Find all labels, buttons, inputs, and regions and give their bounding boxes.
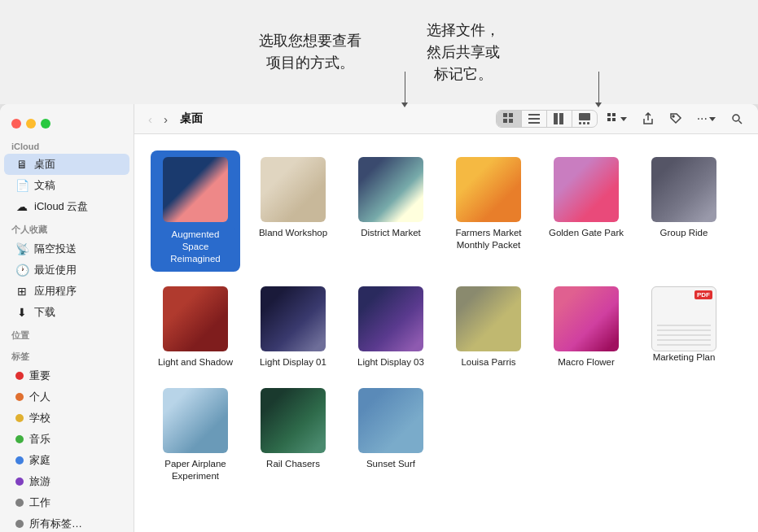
svg-rect-5 — [528, 118, 540, 120]
file-thumb-district — [358, 157, 423, 222]
list-view-button[interactable] — [522, 111, 547, 127]
icloud-section-label: iCloud — [0, 135, 134, 154]
sidebar-item-apps[interactable]: ⊞ 应用程序 — [4, 281, 129, 302]
file-item-paper[interactable]: Paper Airplane Experiment — [151, 382, 240, 487]
sidebar: iCloud 🖥 桌面 📄 文稿 ☁ iCloud 云盘 个人收藏 📡 隔空投送… — [0, 104, 134, 532]
svg-rect-10 — [579, 122, 581, 124]
traffic-lights — [0, 111, 134, 135]
file-item-golden[interactable]: Golden Gate Park — [541, 150, 631, 272]
svg-rect-9 — [579, 113, 590, 120]
sidebar-item-tag-重要[interactable]: 重要 — [4, 365, 129, 386]
file-item-light01[interactable]: Light Display 01 — [248, 280, 338, 373]
file-item-sunset[interactable]: Sunset Surf — [346, 382, 436, 487]
tooltip-right: 选择文件， 然后共享或 标记它。 — [427, 20, 500, 85]
file-item-augmented[interactable]: Augmented Space Reimagined — [151, 150, 240, 272]
svg-rect-16 — [612, 118, 616, 121]
search-button[interactable] — [725, 109, 748, 129]
group-button[interactable] — [602, 111, 632, 127]
sidebar-item-tag-家庭[interactable]: 家庭 — [4, 450, 129, 471]
tag-dot — [15, 435, 24, 443]
file-thumb-group — [651, 157, 716, 222]
file-item-marketing[interactable]: PDFMarketing Plan — [639, 280, 729, 373]
sidebar-item-tag-所有标签…[interactable]: 所有标签… — [4, 513, 129, 532]
file-label-group: Group Ride — [660, 227, 708, 239]
finder-window: iCloud 🖥 桌面 📄 文稿 ☁ iCloud 云盘 个人收藏 📡 隔空投送… — [0, 104, 758, 532]
tag-dot — [15, 477, 24, 486]
file-item-farmers[interactable]: Farmers Market Monthly Packet — [444, 150, 533, 272]
file-item-louisa[interactable]: Louisa Parris — [444, 280, 533, 373]
file-label-district: District Market — [361, 227, 420, 239]
documents-icon: 📄 — [15, 179, 28, 192]
toolbar-title: 桌面 — [180, 111, 203, 126]
close-button[interactable] — [11, 119, 21, 129]
file-thumb-rail — [261, 388, 326, 453]
personal-section-label: 个人收藏 — [0, 217, 134, 238]
sidebar-item-downloads[interactable]: ⬇ 下载 — [4, 302, 129, 323]
svg-rect-6 — [528, 122, 540, 124]
more-button[interactable]: ··· — [692, 109, 721, 129]
file-thumb-golden — [554, 157, 619, 222]
svg-rect-13 — [607, 113, 611, 116]
file-label-light03: Light Display 03 — [357, 356, 424, 368]
sidebar-item-tag-学校[interactable]: 学校 — [4, 408, 129, 429]
sidebar-item-desktop[interactable]: 🖥 桌面 — [4, 154, 129, 175]
apps-icon: ⊞ — [15, 285, 28, 298]
minimize-button[interactable] — [26, 119, 36, 129]
file-label-sunset: Sunset Surf — [366, 458, 415, 470]
tags-section-label: 标签 — [0, 344, 134, 365]
gallery-view-button[interactable] — [572, 111, 597, 127]
svg-point-18 — [673, 116, 674, 117]
tag-dot — [15, 414, 24, 422]
sidebar-item-tag-音乐[interactable]: 音乐 — [4, 429, 129, 450]
svg-rect-11 — [583, 122, 585, 124]
file-item-district[interactable]: District Market — [346, 150, 436, 272]
svg-rect-4 — [528, 114, 540, 116]
file-item-group[interactable]: Group Ride — [639, 150, 729, 272]
places-section-label: 位置 — [0, 323, 134, 344]
airdrop-icon: 📡 — [15, 242, 28, 255]
file-label-light-shadow: Light and Shadow — [158, 356, 233, 368]
file-thumb-light01 — [261, 286, 326, 351]
nav-buttons: ‹ › — [144, 110, 172, 129]
svg-rect-14 — [612, 113, 616, 116]
file-label-farmers: Farmers Market Monthly Packet — [449, 227, 528, 251]
file-item-bland[interactable]: Bland Workshop — [248, 150, 338, 272]
sidebar-item-tag-旅游[interactable]: 旅游 — [4, 471, 129, 492]
maximize-button[interactable] — [41, 119, 50, 129]
file-label-paper: Paper Airplane Experiment — [156, 458, 235, 482]
share-button[interactable] — [637, 109, 659, 129]
svg-rect-8 — [559, 113, 563, 124]
column-view-button[interactable] — [547, 111, 572, 127]
tag-dot — [15, 393, 24, 401]
file-item-light03[interactable]: Light Display 03 — [346, 280, 436, 373]
file-label-augmented: Augmented Space Reimagined — [156, 227, 235, 267]
forward-button[interactable]: › — [160, 110, 172, 129]
sidebar-item-airdrop[interactable]: 📡 隔空投送 — [4, 238, 129, 259]
sidebar-item-recent[interactable]: 🕐 最近使用 — [4, 259, 129, 281]
svg-rect-3 — [509, 119, 513, 123]
file-label-marketing: Marketing Plan — [653, 351, 716, 364]
svg-rect-7 — [554, 113, 558, 124]
tag-button[interactable] — [664, 109, 687, 129]
sidebar-item-tag-工作[interactable]: 工作 — [4, 492, 129, 513]
tag-dot — [15, 372, 24, 380]
file-thumb-macro — [554, 286, 619, 351]
file-label-light01: Light Display 01 — [260, 356, 326, 368]
view-controls — [496, 110, 598, 128]
files-area[interactable]: Augmented Space ReimaginedBland Workshop… — [134, 134, 758, 532]
file-item-rail[interactable]: Rail Chasers — [248, 382, 338, 487]
tag-dot — [15, 499, 24, 507]
sidebar-item-documents[interactable]: 📄 文稿 — [4, 175, 129, 196]
icon-view-button[interactable] — [497, 111, 522, 127]
main-content: ‹ › 桌面 — [134, 104, 758, 532]
file-label-golden: Golden Gate Park — [549, 227, 624, 239]
sidebar-item-tag-个人[interactable]: 个人 — [4, 386, 129, 408]
file-label-macro: Macro Flower — [558, 356, 615, 368]
sidebar-item-icloud-drive[interactable]: ☁ iCloud 云盘 — [4, 196, 129, 217]
file-item-macro[interactable]: Macro Flower — [541, 280, 631, 373]
file-label-bland: Bland Workshop — [259, 227, 327, 239]
back-button[interactable]: ‹ — [144, 110, 156, 129]
file-item-light-shadow[interactable]: Light and Shadow — [151, 280, 240, 373]
tag-dot — [15, 520, 24, 528]
file-thumb-light-shadow — [163, 286, 228, 351]
